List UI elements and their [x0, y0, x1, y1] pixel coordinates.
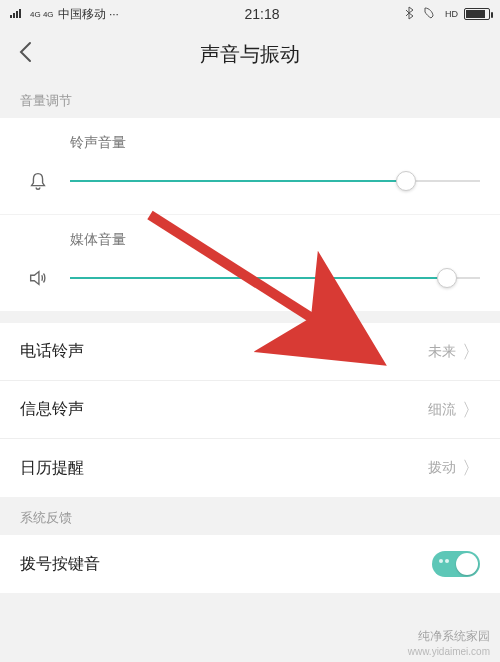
clock: 21:18	[244, 6, 279, 22]
media-volume-slider[interactable]	[70, 277, 480, 279]
sms-ringtone-item[interactable]: 信息铃声 细流 〉	[0, 381, 500, 439]
watermark-text: 纯净系统家园	[408, 629, 490, 645]
svg-rect-0	[10, 15, 12, 18]
hd-label: HD	[445, 9, 458, 19]
phone-ringtone-label: 电话铃声	[20, 341, 84, 362]
ringtone-volume-label: 铃声音量	[20, 134, 480, 152]
svg-rect-2	[16, 11, 18, 18]
media-volume-block: 媒体音量	[0, 214, 500, 311]
chevron-right-icon: 〉	[462, 398, 480, 422]
carrier-label: 中国移动 ···	[58, 6, 119, 23]
sms-ringtone-label: 信息铃声	[20, 399, 84, 420]
battery-icon	[464, 8, 490, 20]
chevron-right-icon: 〉	[462, 340, 480, 364]
phone-ringtone-value: 未来	[428, 343, 456, 361]
phone-ringtone-item[interactable]: 电话铃声 未来 〉	[0, 323, 500, 381]
divider	[0, 311, 500, 323]
bell-icon	[20, 170, 56, 192]
page-title: 声音与振动	[200, 41, 300, 68]
svg-rect-3	[19, 9, 21, 18]
volte-icon	[421, 6, 439, 23]
network-type: 4G 4G	[30, 10, 54, 19]
signal-icon	[10, 7, 26, 21]
status-left: 4G 4G 中国移动 ···	[10, 6, 119, 23]
dialpad-sound-item: 拨号按键音	[0, 535, 500, 593]
status-right: HD	[405, 6, 490, 23]
calendar-reminder-value: 拨动	[428, 459, 456, 477]
ringtone-volume-slider[interactable]	[70, 180, 480, 182]
watermark-url: www.yidaimei.com	[408, 645, 490, 658]
media-volume-label: 媒体音量	[20, 231, 480, 249]
watermark: 纯净系统家园 www.yidaimei.com	[408, 629, 490, 658]
sms-ringtone-value: 细流	[428, 401, 456, 419]
bluetooth-icon	[405, 6, 415, 23]
section-feedback-label: 系统反馈	[0, 497, 500, 535]
back-button[interactable]	[18, 39, 32, 70]
svg-rect-1	[13, 13, 15, 18]
dialpad-sound-toggle[interactable]	[432, 551, 480, 577]
dialpad-sound-label: 拨号按键音	[20, 554, 100, 575]
speaker-icon	[20, 267, 56, 289]
chevron-right-icon: 〉	[462, 456, 480, 480]
status-bar: 4G 4G 中国移动 ··· 21:18 HD	[0, 0, 500, 28]
ringtone-volume-block: 铃声音量	[0, 118, 500, 214]
section-volume-label: 音量调节	[0, 80, 500, 118]
calendar-reminder-label: 日历提醒	[20, 458, 84, 479]
header: 声音与振动	[0, 28, 500, 80]
calendar-reminder-item[interactable]: 日历提醒 拨动 〉	[0, 439, 500, 497]
